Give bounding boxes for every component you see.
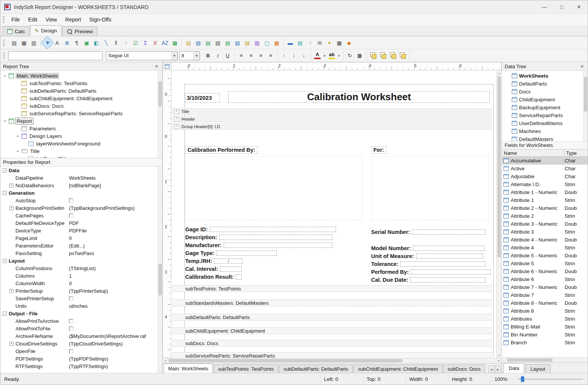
align-center-button[interactable]: ≡ <box>246 51 256 60</box>
chart-tool[interactable]: ◔ <box>121 38 130 47</box>
property-row[interactable]: SavePrinterSetup <box>0 295 158 302</box>
menu-item[interactable]: View <box>41 15 61 24</box>
fields-horizontal-scrollbar[interactable] <box>502 357 588 362</box>
canvas-tab[interactable]: subChildEquipment: ChildEquipment <box>353 365 442 373</box>
property-value[interactable] <box>69 199 158 203</box>
dbtext-field[interactable]: / <box>214 258 243 264</box>
ruler-corner[interactable] <box>163 62 172 70</box>
field-label[interactable]: Gage Type: <box>185 250 215 256</box>
data-traversal-button[interactable]: ↻ <box>345 51 355 60</box>
mail-tool[interactable]: ✉ <box>315 38 324 47</box>
header-band-tool[interactable]: ▤ <box>193 38 203 47</box>
property-row[interactable]: + CloudDriveSettings (TppCloudDriveSetti… <box>0 340 158 347</box>
report-tree-item[interactable]: layerWorksheetsForeground <box>0 140 162 147</box>
field-row[interactable]: Alternate I.D. Strin <box>502 180 588 188</box>
property-row[interactable]: − Generation <box>0 189 158 197</box>
report-tree-item[interactable]: subTestPoints: TestPoints <box>0 79 162 87</box>
for-label[interactable]: For: <box>371 146 386 154</box>
property-value[interactable]: (TppPrinterSetup) <box>69 288 158 294</box>
chevron-down-icon[interactable]: ▾ <box>193 52 200 60</box>
group-header-band-tool[interactable]: ▤ <box>203 38 213 47</box>
report-tree-toggle[interactable]: ▤ <box>9 38 19 47</box>
align-left-button[interactable]: ≡ <box>236 51 246 60</box>
property-row[interactable]: Units utInches <box>0 302 158 310</box>
dbtext-field[interactable] <box>411 269 491 275</box>
field-row[interactable]: Bin Number Strin <box>502 331 588 339</box>
property-row[interactable]: CachePages <box>0 212 158 219</box>
richtext-tool[interactable]: ¶ <box>72 38 81 47</box>
report-tree-item[interactable]: subDocs: Docs <box>0 102 162 110</box>
property-value[interactable] <box>69 296 158 301</box>
field-row[interactable]: Attribute 6 - Numeric Doub <box>502 267 588 275</box>
data-tree-item[interactable]: DefaultMasters <box>502 135 588 142</box>
scrollbar-thumb[interactable] <box>158 264 162 295</box>
dbtext-field[interactable] <box>413 246 485 251</box>
checkbox[interactable] <box>69 296 73 301</box>
dbtext-field[interactable] <box>410 277 485 283</box>
memo-field[interactable] <box>371 156 489 220</box>
property-row[interactable]: DataPipeline WorkSheets <box>0 174 158 182</box>
data-tree-toggle[interactable]: ▦ <box>19 38 29 47</box>
chevron-down-icon[interactable]: ▾ <box>337 51 341 60</box>
canvas-tab[interactable]: Main: WorkSheets <box>164 364 213 373</box>
report-tree-item[interactable]: subServiceRepParts: ServiceRepairParts <box>0 110 162 117</box>
scrollbar-thumb[interactable] <box>169 359 402 362</box>
property-row[interactable]: PageLimit 0 <box>0 234 158 242</box>
group-footer-band-tool[interactable]: ▤ <box>223 38 232 47</box>
report-tree-item[interactable]: ▾ Report <box>0 117 162 125</box>
property-value[interactable]: ($MyDocuments)\ReportArchive.raf <box>69 333 158 339</box>
italic-button[interactable]: I <box>213 51 223 60</box>
expression-input[interactable] <box>8 51 103 60</box>
subreport-strip[interactable]: subDefaultParts: DefaultParts <box>172 314 492 321</box>
property-row[interactable]: ArchiveFileName ($MyDocuments)\ReportArc… <box>0 332 158 340</box>
report-tree-item[interactable]: hdrReportTitle <box>0 155 162 158</box>
field-label[interactable]: Model Number: <box>371 245 411 251</box>
property-value[interactable]: [ndBlankPage] <box>69 183 158 188</box>
maximize-button[interactable]: □ <box>553 0 570 14</box>
field-row[interactable]: Attribute 4 - Numeric Doub <box>502 236 588 244</box>
report-tree-scrollbar[interactable] <box>158 71 162 158</box>
menu-item[interactable]: File <box>7 15 24 24</box>
font-family-select[interactable]: Segoe UI ▾ <box>106 51 178 60</box>
band-strip[interactable]: ^ Title <box>172 108 492 115</box>
underline-button[interactable]: U <box>223 51 232 60</box>
canvas-tab[interactable]: subTestPoints: TestPoints <box>213 365 278 373</box>
property-row[interactable]: ColumnPositions (TStringList) <box>0 264 158 272</box>
property-value[interactable] <box>69 214 158 218</box>
zoom-thumb[interactable] <box>521 376 524 382</box>
report-title-field[interactable]: Calibration Worksheet <box>228 91 490 103</box>
highlight-color-button[interactable]: ab <box>327 51 336 60</box>
dbtext-field[interactable] <box>412 229 486 235</box>
expander-icon[interactable]: ▾ <box>15 150 20 153</box>
field-row[interactable]: Attribute 7 - Numeric Doub <box>502 283 588 291</box>
property-value[interactable]: (TppCloudDriveSettings) <box>69 341 158 347</box>
property-row[interactable]: ColumnWidth 0 <box>0 280 158 287</box>
property-row[interactable]: − Layout <box>0 257 158 264</box>
property-value[interactable]: 0 <box>69 235 158 241</box>
checkbox[interactable] <box>69 214 73 218</box>
dbtext-field[interactable] <box>220 266 242 272</box>
field-label[interactable]: Cal. Due Date: <box>371 277 408 283</box>
date-field[interactable]: 3/10/2023 <box>185 93 220 102</box>
properties-scrollbar[interactable] <box>158 167 162 373</box>
data-tree-item[interactable]: WorkSheets <box>502 72 588 80</box>
expand-icon[interactable]: + <box>9 206 14 210</box>
band-strip[interactable]: ^ Group Header[0]: I.D. <box>172 123 492 130</box>
scrollbar-thumb[interactable] <box>497 76 501 257</box>
property-value[interactable]: (TppBackgroundPrintSettings) <box>69 205 158 211</box>
field-row[interactable]: Active Char <box>502 165 588 173</box>
dbtext-field[interactable] <box>216 251 277 256</box>
field-label[interactable]: Temp./RH: <box>185 258 212 264</box>
property-row[interactable]: + NoDataBehaviors [ndBlankPage] <box>0 182 158 189</box>
subreport-strip[interactable]: subDocs: Docs <box>172 340 492 347</box>
bold-button[interactable]: B <box>203 51 213 60</box>
band-strip[interactable]: ^ Header <box>172 116 492 122</box>
property-value[interactable] <box>69 327 158 331</box>
expand-icon[interactable]: + <box>9 289 14 293</box>
property-value[interactable]: (Edit...) <box>69 243 158 249</box>
checkbox[interactable] <box>69 199 73 203</box>
grid-tool[interactable]: ▦ <box>335 38 344 47</box>
property-row[interactable]: PDFSettings (TppPDFSettings) <box>0 355 158 362</box>
expand-icon[interactable]: − <box>3 259 7 263</box>
subreport-strip[interactable]: subChildEquipment: ChildEquipment <box>172 327 492 334</box>
